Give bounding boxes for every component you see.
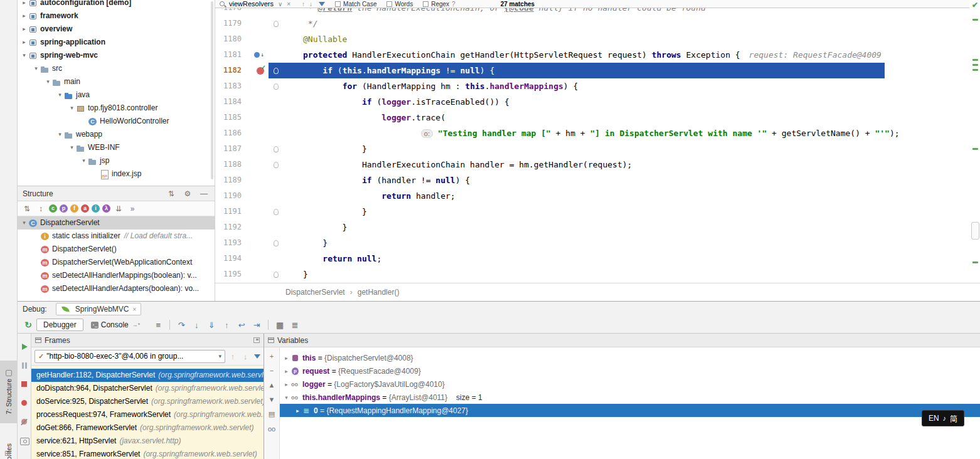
step-over-icon[interactable]: ↷ (174, 320, 188, 330)
project-tree-item[interactable]: ▸framework (18, 9, 215, 23)
view-breakpoints-icon[interactable] (19, 399, 30, 408)
show-non-public-icon[interactable]: a (81, 204, 89, 213)
chevron-down-icon[interactable]: ▾ (20, 49, 28, 62)
breadcrumb-method[interactable]: getHandler() (358, 288, 400, 297)
force-step-into-icon[interactable]: ⇓ (205, 320, 218, 330)
float-panel-icon[interactable] (253, 337, 260, 343)
editor-gutter[interactable]: 1181↓ (215, 47, 269, 63)
stop-icon[interactable] (19, 380, 30, 389)
structure-item[interactable]: DispatcherServlet(WebApplicationContext (18, 256, 215, 269)
chevron-right-icon[interactable]: ▸ (282, 381, 290, 388)
match-case-checkbox[interactable] (335, 1, 341, 7)
editor-gutter[interactable]: 1192 (215, 219, 269, 235)
stack-frame-row[interactable]: processRequest:974, FrameworkServlet(org… (31, 408, 264, 421)
fold-marker-icon[interactable] (274, 209, 279, 215)
fold-marker[interactable] (269, 83, 303, 90)
code-line[interactable]: 1193 } (215, 235, 980, 251)
code-line[interactable]: 1181↓protected HandlerExecutionChain get… (215, 47, 980, 63)
structure-tree[interactable]: ▾DispatcherServletstatic class initializ… (18, 216, 215, 295)
code-line[interactable]: 1195} (215, 266, 980, 282)
pause-icon[interactable] (19, 361, 30, 370)
fold-marker[interactable] (269, 21, 303, 27)
fold-marker[interactable] (269, 68, 303, 74)
thread-selector[interactable]: ✓ "http-bio-8080-exec-3"@4,006 in group.… (35, 350, 225, 363)
project-tree-item[interactable]: ▾main (18, 75, 215, 88)
search-input[interactable]: viewResolvers (229, 0, 274, 8)
fold-marker-icon[interactable] (274, 240, 279, 246)
variable-row[interactable]: ▸request = {RequestFacade@4009} (280, 364, 980, 377)
breadcrumb-class[interactable]: DispatcherServlet (285, 288, 345, 297)
project-tree-item[interactable]: ▸spring-application (18, 36, 215, 49)
more-options-icon[interactable]: » (127, 204, 138, 213)
words-option[interactable]: Words (386, 1, 413, 8)
chevron-down-icon[interactable]: ▾ (20, 216, 28, 230)
structure-item[interactable]: ▾DispatcherServlet (18, 216, 215, 230)
rerun-icon[interactable]: ↻ (21, 320, 35, 330)
structure-item[interactable]: static class initializer// Load default … (18, 230, 215, 243)
show-inherited-icon[interactable]: i (92, 204, 100, 213)
show-fields-icon[interactable]: f (70, 204, 78, 213)
editor-gutter[interactable]: 1191 (215, 204, 269, 219)
chevron-down-icon[interactable]: ▾ (68, 141, 76, 154)
code-line[interactable]: 1184 if (logger.isTraceEnabled()) { (215, 94, 980, 110)
sort-by-visibility-icon[interactable]: ↕ (35, 204, 46, 213)
chevron-down-icon[interactable]: ▾ (68, 102, 76, 115)
project-tree-item[interactable]: ▾webapp (18, 128, 215, 141)
chevron-right-icon[interactable]: ▸ (294, 408, 302, 414)
chevron-down-icon[interactable]: ▾ (282, 394, 290, 401)
variables-list[interactable]: ▸this = {DispatcherServlet@4008}▸request… (280, 347, 980, 459)
restore-layout-icon[interactable]: ≡ (151, 320, 165, 330)
expand-all-icon[interactable]: ⇊ (113, 204, 124, 213)
run-to-cursor-icon[interactable]: ⇥ (250, 320, 264, 330)
match-case-option[interactable]: Match Case (335, 1, 376, 8)
regex-checkbox[interactable] (423, 1, 429, 7)
fold-marker[interactable] (269, 240, 303, 246)
overridden-method-icon[interactable] (254, 52, 260, 58)
move-watch-down-icon[interactable]: ▼ (267, 396, 277, 403)
code-line[interactable]: 1182 if (this.handlerMappings != null) { (215, 63, 980, 78)
next-match-icon[interactable]: ↓ (309, 1, 312, 8)
editor-gutter[interactable]: 1180 (215, 31, 269, 47)
evaluate-expression-icon[interactable]: ▦ (273, 320, 287, 330)
remove-watch-icon[interactable]: − (267, 367, 277, 374)
project-tree-item[interactable]: ▸autoconfiguration [demo] (18, 0, 215, 9)
editor-gutter[interactable]: 1182 (215, 63, 269, 78)
code-line[interactable]: 1187 } (215, 141, 980, 157)
variable-row[interactable]: ▸logger = {LogFactory$JavaUtilLog@4010} (280, 377, 980, 391)
variable-row[interactable]: ▾this.handlerMappings = {ArrayList@4011}… (280, 391, 980, 404)
clear-search-icon[interactable]: × (287, 1, 290, 8)
resume-icon[interactable] (19, 342, 30, 351)
structure-item[interactable]: setDetectAllHandlerMappings(boolean): v.… (18, 269, 215, 282)
frames-list[interactable]: getHandler:1182, DispatcherServlet(org.s… (31, 366, 264, 459)
stack-frame-row[interactable]: service:851, FrameworkServlet(org.spring… (31, 448, 264, 459)
code-line[interactable]: 1179 */ (215, 16, 980, 31)
chevron-right-icon[interactable]: ▸ (20, 36, 28, 49)
project-tree-item[interactable]: index.jsp (18, 167, 215, 181)
debug-session-tab[interactable]: SpringWebMVC × (56, 303, 142, 315)
mute-breakpoints-icon[interactable] (19, 418, 30, 426)
add-watch-icon[interactable]: + (267, 352, 277, 360)
variable-row[interactable]: ▸0 = {RequestMappingHandlerMapping@4027} (280, 404, 980, 417)
drop-frame-icon[interactable]: ↩ (235, 320, 248, 330)
regex-option[interactable]: Regex (423, 1, 449, 8)
project-tree-item[interactable]: ▸overview (18, 23, 215, 36)
chevron-down-icon[interactable]: ▾ (56, 88, 64, 102)
editor-gutter[interactable]: 1183 (215, 78, 269, 94)
code-area[interactable]: 1178 * @return the HandlerExecutionChain… (215, 0, 980, 282)
breakpoint-icon[interactable] (257, 67, 264, 75)
chevron-down-icon[interactable]: ▾ (44, 75, 52, 88)
editor-gutter[interactable]: 1190 (215, 188, 269, 204)
toggle-panel-layout-icon[interactable]: ▤ (267, 410, 277, 418)
editor[interactable]: 1178 * @return the HandlerExecutionChain… (215, 0, 980, 301)
code-line[interactable]: 1190 return handler; (215, 188, 980, 204)
next-frame-icon[interactable]: ↓ (240, 352, 250, 361)
hide-frames-filter-icon[interactable] (254, 354, 260, 359)
project-scrollbar[interactable] (211, 1, 213, 179)
fold-marker[interactable] (269, 272, 303, 278)
group-by-kind-icon[interactable]: c (49, 204, 57, 213)
project-tree-item[interactable]: ▾spring-web-mvc (18, 49, 215, 62)
show-lambdas-icon[interactable]: λ (102, 204, 110, 213)
fold-marker-icon[interactable] (274, 21, 279, 27)
code-line[interactable]: 1183 for (HandlerMapping hm : this.handl… (215, 78, 980, 94)
close-tab-icon[interactable]: × (133, 306, 137, 313)
